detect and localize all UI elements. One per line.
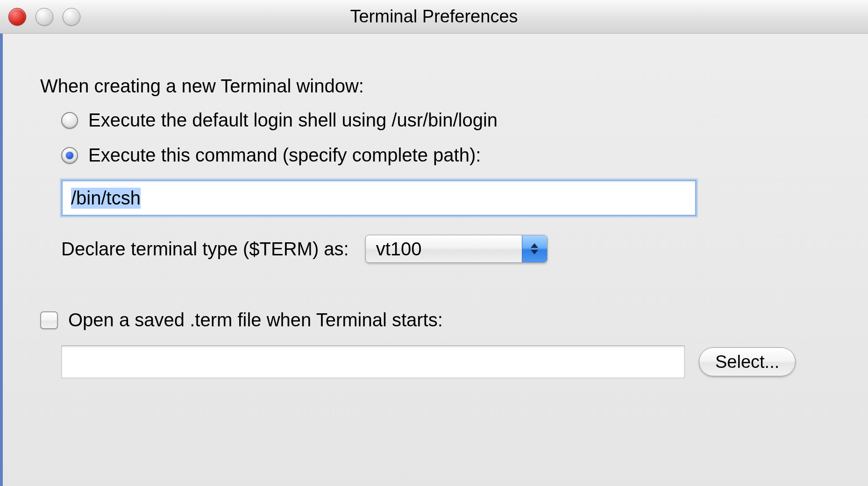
command-input-wrapper [61,180,831,216]
preferences-window: Terminal Preferences When creating a new… [0,0,868,486]
open-saved-file-label: Open a saved .term file when Terminal st… [68,310,443,331]
shell-radio-group: Execute the default login shell using /u… [40,110,831,166]
command-path-input[interactable] [61,180,697,216]
select-file-button[interactable]: Select... [699,347,796,376]
svg-marker-1 [531,250,538,254]
term-file-row: Select... [61,345,831,378]
titlebar[interactable]: Terminal Preferences [0,0,868,34]
open-saved-file-row: Open a saved .term file when Terminal st… [40,310,831,331]
radio-row-default-shell: Execute the default login shell using /u… [61,110,831,131]
radio-default-shell-label: Execute the default login shell using /u… [88,110,498,131]
term-type-row: Declare terminal type ($TERM) as: vt100 [61,235,831,263]
minimize-button[interactable] [36,8,53,26]
new-window-heading: When creating a new Terminal window: [40,76,831,97]
radio-default-shell[interactable] [61,112,78,129]
traffic-lights [8,8,80,26]
window-title: Terminal Preferences [350,7,518,27]
content-area: When creating a new Terminal window: Exe… [0,34,868,486]
radio-execute-command-label: Execute this command (specify complete p… [88,145,481,166]
svg-marker-0 [531,243,538,248]
radio-execute-command[interactable] [61,147,78,164]
term-type-value: vt100 [366,239,522,260]
term-type-label: Declare terminal type ($TERM) as: [61,239,349,260]
term-file-input[interactable] [61,345,685,378]
open-saved-file-checkbox[interactable] [40,311,58,329]
maximize-button[interactable] [63,8,80,26]
dropdown-arrows-icon [522,235,547,262]
close-button[interactable] [8,8,26,26]
radio-row-execute-command: Execute this command (specify complete p… [61,145,831,166]
term-type-dropdown[interactable]: vt100 [365,235,548,263]
